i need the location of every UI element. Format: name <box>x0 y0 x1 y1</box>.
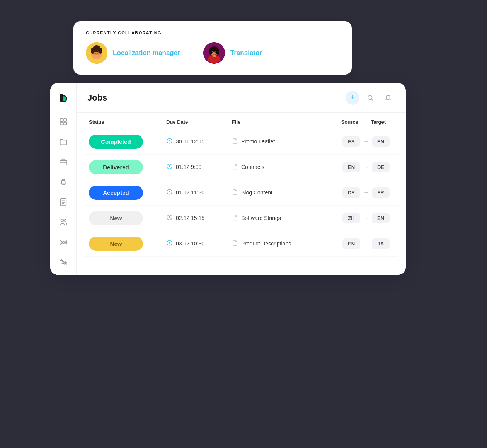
file-icon-1 <box>232 138 238 145</box>
status-cell-2: Delivered <box>89 160 166 174</box>
status-cell-3: Accepted <box>89 186 166 200</box>
table-row: New 03.12 10:30 <box>84 231 398 257</box>
file-cell-1: Promo Leaflet <box>232 138 317 145</box>
target-lang-1: EN <box>372 136 390 147</box>
sidebar-item-chip[interactable] <box>59 177 68 187</box>
col-duedate: Due Date <box>166 119 232 125</box>
status-badge-accepted: Accepted <box>89 186 143 200</box>
svg-point-43 <box>61 219 63 221</box>
svg-point-16 <box>212 52 213 53</box>
header: Jobs + <box>77 83 406 113</box>
collab-user-localization: Localization manager <box>86 42 180 64</box>
file-icon-3 <box>232 189 238 196</box>
status-badge-delivered: Delivered <box>89 160 143 174</box>
svg-point-45 <box>62 241 65 244</box>
file-cell-5: Product Descriptions <box>232 240 317 247</box>
sidebar-item-briefcase[interactable] <box>59 157 68 167</box>
due-date-1: 30.11 12:15 <box>166 138 232 145</box>
table-row: New 02.12 15:15 <box>84 206 398 231</box>
due-date-text-2: 01.12 9:00 <box>176 164 201 170</box>
svg-line-47 <box>371 99 373 101</box>
file-icon-4 <box>232 215 238 222</box>
svg-rect-24 <box>60 160 66 165</box>
due-date-2: 01.12 9:00 <box>166 163 232 171</box>
due-date-4: 02.12 15:15 <box>166 214 232 222</box>
sidebar-item-users[interactable] <box>59 218 68 227</box>
collab-users: Localization manager <box>86 42 339 64</box>
target-lang-5: JA <box>372 238 390 249</box>
status-cell-4: New <box>89 211 166 225</box>
clock-icon-2 <box>166 163 173 171</box>
file-name-3: Blog Content <box>241 189 272 196</box>
source-lang-5: EN <box>342 238 360 249</box>
col-status: Status <box>89 119 166 125</box>
source-lang-3: DE <box>342 187 360 198</box>
clock-icon-5 <box>166 240 173 247</box>
file-cell-4: Software Strings <box>232 215 317 222</box>
status-badge-new-plain: New <box>89 211 143 225</box>
source-lang-1: ES <box>342 136 360 147</box>
target-lang-3: FR <box>372 187 390 198</box>
clock-icon-1 <box>166 138 173 145</box>
collab-title: CURRENTLY COLLABORATING <box>86 31 339 35</box>
clock-icon-4 <box>166 214 173 222</box>
svg-point-14 <box>209 48 212 55</box>
file-cell-3: Blog Content <box>232 189 317 196</box>
arrow-icon-1: → <box>363 138 369 145</box>
sidebar-item-dashboard[interactable] <box>59 117 68 126</box>
svg-rect-21 <box>63 118 66 121</box>
file-name-2: Contracts <box>241 164 264 170</box>
sidebar-item-broadcast[interactable] <box>59 238 68 247</box>
file-name-4: Software Strings <box>241 215 281 221</box>
status-cell-5: New <box>89 237 166 251</box>
lang-pair-5: EN → JA <box>317 238 393 249</box>
app-card: Jobs + <box>50 83 406 275</box>
status-cell-1: Completed <box>89 135 166 149</box>
role-localization: Localization manager <box>113 49 180 57</box>
arrow-icon-4: → <box>363 215 369 221</box>
notification-button[interactable] <box>381 91 395 105</box>
header-actions: + <box>346 91 395 105</box>
col-source-target: Source Target <box>317 119 393 125</box>
sidebar-item-document[interactable] <box>59 198 68 207</box>
col-source: Source <box>341 119 358 125</box>
collab-card: CURRENTLY COLLABORATING <box>73 21 352 75</box>
arrow-icon-2: → <box>363 164 369 170</box>
svg-point-6 <box>93 45 100 50</box>
svg-rect-20 <box>60 118 63 121</box>
avatar-localization <box>86 42 107 64</box>
source-lang-2: EN <box>342 162 360 172</box>
due-date-3: 01.12 11:30 <box>166 189 232 196</box>
collab-user-translator: Translator <box>203 42 262 64</box>
clock-icon-3 <box>166 189 173 196</box>
add-button[interactable]: + <box>346 91 359 105</box>
svg-point-44 <box>64 219 66 221</box>
lang-pair-3: DE → FR <box>317 187 393 198</box>
table-container: Status Due Date File Source Target Compl… <box>77 113 406 264</box>
col-file: File <box>232 119 317 125</box>
col-target: Target <box>371 119 386 125</box>
table-header: Status Due Date File Source Target <box>84 113 398 129</box>
svg-rect-19 <box>60 94 63 102</box>
avatar-translator <box>203 42 225 64</box>
lang-pair-2: EN → DE <box>317 162 393 172</box>
search-button[interactable] <box>363 91 377 105</box>
file-name-5: Product Descriptions <box>241 240 291 247</box>
file-cell-2: Contracts <box>232 164 317 171</box>
target-lang-4: EN <box>372 213 390 223</box>
target-lang-2: DE <box>372 162 390 172</box>
sidebar-item-folder[interactable] <box>59 137 68 146</box>
due-date-5: 03.12 10:30 <box>166 240 232 247</box>
role-translator: Translator <box>230 49 262 57</box>
status-badge-completed: Completed <box>89 135 143 149</box>
lang-pair-1: ES → EN <box>317 136 393 147</box>
file-icon-5 <box>232 240 238 247</box>
due-date-text-1: 30.11 12:15 <box>176 138 204 145</box>
source-lang-4: ZH <box>342 213 360 223</box>
svg-rect-26 <box>61 180 65 184</box>
table-row: Accepted 01.12 11:30 <box>84 180 398 206</box>
file-name-1: Promo Leaflet <box>241 138 275 145</box>
arrow-icon-5: → <box>363 240 369 247</box>
sidebar-item-translate[interactable] <box>59 258 68 267</box>
svg-rect-23 <box>63 122 66 124</box>
